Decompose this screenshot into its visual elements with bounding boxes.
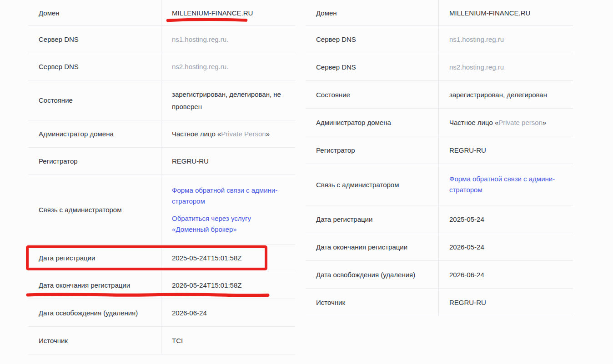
expiry-date-value: 2026-05-24T15:01:58Z bbox=[172, 279, 241, 291]
table-row: Состояние зарегистрирован, делегирован, … bbox=[28, 80, 295, 120]
row-label: Регистратор bbox=[306, 136, 439, 164]
table-row: Связь с администратором Форма обратной с… bbox=[306, 164, 573, 205]
registrar-value: REGRU-RU bbox=[172, 155, 209, 167]
row-value: REGRU-RU bbox=[161, 148, 295, 175]
domain-state-value: зарегистрирован, делегирован bbox=[449, 89, 547, 101]
domain-broker-link[interactable]: Обратиться через услугу«Доменный брокер» bbox=[172, 213, 277, 235]
label-text: Дата окончания регистрации bbox=[316, 243, 407, 251]
admin-contact-links: Форма обратной связи с админи-стратором … bbox=[172, 185, 277, 235]
registrar-value: REGRU-RU bbox=[449, 144, 486, 156]
label-text: Регистратор bbox=[39, 157, 78, 165]
label-text: Дата регистрации bbox=[39, 254, 95, 262]
row-value: MILLENIUM-FINANCE.RU bbox=[439, 0, 573, 25]
table-row: Дата окончания регистрации 2026-05-24T15… bbox=[28, 271, 295, 299]
whois-table-right: Домен MILLENIUM-FINANCE.RU Сервер DNS ns… bbox=[306, 0, 573, 316]
whois-table-left: Домен MILLENIUM-FINANCE.RU Сервер DNS ns… bbox=[28, 0, 295, 354]
row-label: Дата окончания регистрации bbox=[306, 233, 439, 260]
table-row: Состояние зарегистрирован, делегирован bbox=[306, 81, 573, 109]
row-value: ns1.hosting.reg.ru bbox=[439, 26, 573, 53]
row-value: TCI bbox=[161, 327, 295, 354]
domain-value: MILLENIUM-FINANCE.RU bbox=[172, 7, 253, 19]
row-value: ns2.hosting.reg.ru bbox=[439, 53, 573, 80]
row-label: Сервер DNS bbox=[306, 53, 439, 80]
label-text: Сервер DNS bbox=[316, 63, 356, 71]
row-label: Дата регистрации bbox=[306, 205, 439, 233]
table-row: Дата регистрации 2025-05-24T15:01:58Z bbox=[28, 245, 295, 271]
row-value: зарегистрирован, делегирован, не провере… bbox=[161, 80, 295, 120]
row-label: Сервер DNS bbox=[28, 53, 161, 80]
label-text: Дата освобождения (удаления) bbox=[316, 271, 415, 279]
label-text: Сервер DNS bbox=[39, 63, 79, 70]
row-label: Администратор домена bbox=[28, 120, 161, 147]
table-row: Сервер DNS ns2.hosting.reg.ru. bbox=[28, 53, 295, 80]
label-text: Домен bbox=[316, 9, 337, 17]
row-value: REGRU-RU bbox=[439, 289, 573, 316]
label-text: Регистратор bbox=[316, 146, 355, 154]
row-value: ns2.hosting.reg.ru. bbox=[161, 53, 295, 80]
row-label: Домен bbox=[306, 0, 439, 25]
dns-server-value: ns1.hosting.reg.ru. bbox=[172, 33, 228, 45]
label-text: Связь с администратором bbox=[39, 206, 122, 214]
row-value: Форма обратной связи с админи-стратором bbox=[439, 164, 573, 205]
table-row: Сервер DNS ns1.hosting.reg.ru bbox=[306, 26, 573, 53]
expiry-date-value: 2026-05-24 bbox=[449, 241, 484, 253]
table-row: Дата регистрации 2025-05-24 bbox=[306, 205, 573, 233]
label-text: Дата освобождения (удаления) bbox=[39, 309, 138, 317]
label-text: Сервер DNS bbox=[39, 35, 79, 43]
release-date-value: 2026-06-24 bbox=[172, 307, 207, 319]
table-row: Регистратор REGRU-RU bbox=[28, 148, 295, 175]
row-label: Состояние bbox=[28, 80, 161, 120]
row-value: 2026-05-24T15:01:58Z bbox=[161, 271, 295, 299]
admin-contact-form-link[interactable]: Форма обратной связи с админи-стратором bbox=[449, 174, 555, 195]
table-row: Регистратор REGRU-RU bbox=[306, 136, 573, 164]
row-value: REGRU-RU bbox=[439, 136, 573, 164]
row-value: 2025-05-24 bbox=[439, 205, 573, 233]
admin-person-name: Private person bbox=[498, 119, 543, 126]
label-text: Источник bbox=[39, 337, 68, 344]
row-label: Сервер DNS bbox=[306, 26, 439, 53]
row-value: Форма обратной связи с админи-стратором … bbox=[161, 175, 295, 244]
table-row: Сервер DNS ns1.hosting.reg.ru. bbox=[28, 26, 295, 53]
dns-server-value: ns1.hosting.reg.ru bbox=[449, 33, 504, 45]
source-value: REGRU-RU bbox=[449, 296, 486, 309]
row-value: MILLENIUM-FINANCE.RU bbox=[161, 0, 295, 25]
registration-date-value: 2025-05-24 bbox=[449, 213, 484, 225]
row-label: Дата регистрации bbox=[28, 245, 161, 271]
release-date-value: 2026-06-24 bbox=[449, 269, 484, 281]
table-row: Источник REGRU-RU bbox=[306, 289, 573, 316]
label-text: Домен bbox=[39, 9, 60, 17]
dns-server-value: ns2.hosting.reg.ru bbox=[449, 61, 504, 73]
row-label: Источник bbox=[28, 327, 161, 354]
row-label: Администратор домена bbox=[306, 109, 439, 136]
admin-value: Частное лицо «Private person» bbox=[449, 116, 546, 129]
row-label: Домен bbox=[28, 0, 161, 25]
admin-contact-links: Форма обратной связи с админи-стратором bbox=[449, 174, 555, 195]
row-value: Частное лицо «Private Person» bbox=[161, 120, 295, 147]
row-label: Источник bbox=[306, 289, 439, 316]
table-row: Домен MILLENIUM-FINANCE.RU bbox=[306, 0, 573, 26]
row-label: Связь с администратором bbox=[28, 175, 161, 244]
label-text: Дата окончания регистрации bbox=[39, 281, 130, 289]
row-value: 2026-06-24 bbox=[439, 261, 573, 288]
label-text: Состояние bbox=[316, 91, 350, 99]
label-text: Сервер DNS bbox=[316, 35, 356, 43]
table-row: Дата освобождения (удаления) 2026-06-24 bbox=[28, 299, 295, 327]
label-text: Дата регистрации bbox=[316, 215, 372, 223]
row-value: 2026-05-24 bbox=[439, 233, 573, 260]
table-row: Связь с администратором Форма обратной с… bbox=[28, 175, 295, 245]
row-value: Частное лицо «Private person» bbox=[439, 109, 573, 136]
row-label: Сервер DNS bbox=[28, 26, 161, 53]
row-label: Состояние bbox=[306, 81, 439, 108]
label-text: Администратор домена bbox=[39, 130, 114, 138]
row-label: Дата освобождения (удаления) bbox=[28, 299, 161, 326]
row-value: ns1.hosting.reg.ru. bbox=[161, 26, 295, 53]
row-label: Дата окончания регистрации bbox=[28, 271, 161, 299]
label-text: Состояние bbox=[39, 96, 73, 104]
source-value: TCI bbox=[172, 334, 183, 347]
admin-person-name: Private Person bbox=[221, 130, 266, 138]
label-text: Связь с администратором bbox=[316, 181, 399, 189]
table-row: Администратор домена Частное лицо «Priva… bbox=[306, 109, 573, 136]
table-row: Сервер DNS ns2.hosting.reg.ru bbox=[306, 53, 573, 81]
label-text: Администратор домена bbox=[316, 119, 391, 126]
admin-contact-form-link[interactable]: Форма обратной связи с админи-стратором bbox=[172, 185, 277, 207]
